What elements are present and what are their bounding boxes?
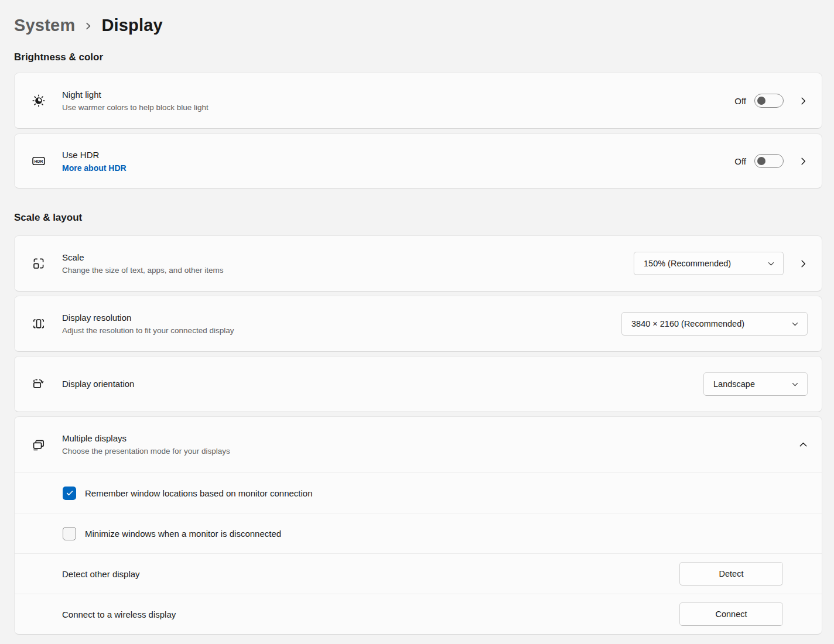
detect-other-display-label: Detect other display [15, 569, 140, 579]
connect-wireless-display-row: Connect to a wireless display Connect [15, 594, 822, 634]
display-orientation-row: Display orientation Landscape [14, 356, 822, 412]
breadcrumb-system[interactable]: System [14, 16, 75, 35]
night-light-row[interactable]: Night light Use warmer colors to help bl… [14, 73, 822, 129]
page-title: Display [101, 16, 163, 35]
use-hdr-row[interactable]: HDR Use HDR More about HDR Off [14, 133, 822, 189]
night-light-toggle[interactable] [754, 94, 784, 108]
breadcrumb-chevron-icon [84, 22, 93, 30]
toggle-knob [757, 97, 765, 105]
multiple-displays-text: Multiple displays Choose the presentatio… [62, 433, 230, 457]
chevron-down-icon [791, 320, 799, 328]
detect-other-display-row: Detect other display Detect [15, 553, 822, 594]
night-light-text: Night light Use warmer colors to help bl… [62, 89, 208, 113]
minimize-windows-checkbox[interactable] [63, 527, 76, 540]
chevron-down-icon [767, 260, 775, 268]
use-hdr-title: Use HDR [62, 149, 127, 161]
remember-window-locations-checkbox[interactable] [63, 487, 76, 500]
chevron-right-icon [799, 97, 808, 105]
scale-text: Scale Change the size of text, apps, and… [62, 252, 223, 276]
scale-title: Scale [62, 252, 223, 263]
scale-row[interactable]: Scale Change the size of text, apps, and… [14, 235, 822, 292]
display-resolution-subtitle: Adjust the resolution to fit your connec… [62, 326, 234, 336]
use-hdr-state: Off [734, 156, 746, 166]
scale-dropdown-value: 150% (Recommended) [644, 259, 731, 268]
display-orientation-dropdown-value: Landscape [713, 379, 755, 389]
remember-window-locations-row[interactable]: Remember window locations based on monit… [15, 472, 822, 513]
multiple-displays-subtitle: Choose the presentation mode for your di… [62, 446, 230, 457]
display-resolution-icon [15, 316, 62, 331]
connect-wireless-display-label: Connect to a wireless display [15, 609, 176, 619]
svg-text:HDR: HDR [34, 159, 43, 163]
remember-window-locations-label: Remember window locations based on monit… [85, 488, 313, 498]
display-resolution-dropdown[interactable]: 3840 × 2160 (Recommended) [621, 312, 808, 335]
multiple-displays-card: Multiple displays Choose the presentatio… [14, 416, 822, 635]
minimize-windows-row[interactable]: Minimize windows when a monitor is disco… [15, 513, 822, 553]
chevron-right-icon [799, 259, 808, 268]
connect-button[interactable]: Connect [679, 602, 783, 626]
scale-icon [15, 256, 62, 271]
display-resolution-dropdown-value: 3840 × 2160 (Recommended) [631, 319, 744, 328]
chevron-down-icon [791, 381, 799, 388]
night-light-title: Night light [62, 89, 208, 101]
more-about-hdr-link[interactable]: More about HDR [62, 163, 127, 173]
detect-button[interactable]: Detect [679, 562, 783, 585]
toggle-knob [757, 157, 765, 165]
night-light-icon [15, 93, 62, 108]
multiple-displays-title: Multiple displays [62, 433, 230, 444]
scale-dropdown[interactable]: 150% (Recommended) [634, 252, 784, 275]
settings-display-page: System Display Brightness & color Night [0, 0, 834, 635]
display-resolution-row: Display resolution Adjust the resolution… [14, 296, 822, 352]
display-resolution-title: Display resolution [62, 312, 234, 324]
multiple-displays-header[interactable]: Multiple displays Choose the presentatio… [15, 417, 822, 472]
chevron-up-icon[interactable] [799, 440, 808, 449]
display-orientation-dropdown[interactable]: Landscape [703, 372, 808, 396]
check-icon [66, 489, 74, 497]
night-light-subtitle: Use warmer colors to help block blue lig… [62, 102, 208, 113]
night-light-state: Off [734, 96, 746, 106]
display-resolution-text: Display resolution Adjust the resolution… [62, 312, 234, 336]
use-hdr-toggle[interactable] [754, 154, 784, 168]
chevron-right-icon [799, 157, 808, 166]
display-orientation-icon [15, 376, 62, 392]
multiple-displays-icon [15, 437, 62, 453]
scale-subtitle: Change the size of text, apps, and other… [62, 265, 223, 276]
breadcrumb: System Display [14, 9, 822, 41]
display-orientation-title: Display orientation [62, 378, 134, 390]
section-brightness-color: Brightness & color [14, 50, 822, 64]
hdr-icon: HDR [15, 153, 62, 169]
display-orientation-text: Display orientation [62, 378, 134, 390]
section-scale-layout: Scale & layout [14, 211, 822, 225]
use-hdr-text: Use HDR More about HDR [62, 149, 127, 173]
minimize-windows-label: Minimize windows when a monitor is disco… [85, 529, 281, 539]
